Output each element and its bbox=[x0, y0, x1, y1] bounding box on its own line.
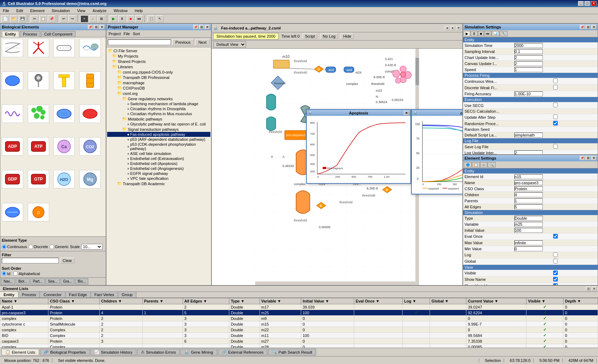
tree-vpc[interactable]: ● VPC fate specification bbox=[107, 176, 210, 181]
col-header-global[interactable]: Global ▼ bbox=[430, 298, 466, 304]
sim-toolbar-btn3[interactable]: ■ bbox=[478, 31, 484, 36]
project-prev-btn[interactable]: Previous bbox=[172, 39, 194, 46]
bio-item-t-shape[interactable] bbox=[53, 71, 75, 90]
scale-select[interactable]: 10... bbox=[81, 244, 103, 250]
filter-input[interactable] bbox=[2, 258, 59, 263]
initial-value-input[interactable] bbox=[514, 228, 543, 233]
project-close-btn[interactable]: ✕ bbox=[205, 25, 210, 29]
eval-once-cb[interactable] bbox=[553, 234, 558, 239]
bio-nav-sea[interactable]: Sea... bbox=[46, 278, 60, 284]
pointer-btn[interactable]: ↖ bbox=[156, 15, 164, 22]
max-value-input[interactable] bbox=[514, 240, 543, 245]
view-select[interactable]: Default View bbox=[213, 41, 246, 48]
tab-entity[interactable]: Entity bbox=[2, 31, 19, 37]
btn-sim-errors[interactable]: ⚠ Simulation Errors bbox=[137, 349, 180, 355]
col-header-type[interactable]: Type ▼ bbox=[229, 298, 259, 304]
menu-edit[interactable]: Edit bbox=[15, 8, 25, 14]
tree-p53-arf[interactable]: ● p53 (ARF-dependent stabilization pathw… bbox=[107, 137, 210, 142]
type-input[interactable] bbox=[514, 216, 543, 221]
tree-shared-projects[interactable]: 📁 Shared Projects bbox=[107, 59, 210, 64]
save-btn[interactable]: 💾 bbox=[19, 15, 26, 22]
sim-toolbar-btn6[interactable]: 🔧 bbox=[500, 31, 508, 36]
elem-close-btn[interactable]: ✕ bbox=[591, 156, 596, 160]
chart-update-input[interactable] bbox=[514, 55, 543, 60]
table-row[interactable]: complex Complex 2 3 Double m22 0 0 ✓ 0 bbox=[0, 327, 598, 333]
bio-item-tall-orange[interactable] bbox=[79, 71, 101, 90]
table-row[interactable]: Apaf-1 Protein 2 Double m17 39.039 39.02… bbox=[0, 304, 598, 310]
cut-btn[interactable]: ✂ bbox=[31, 15, 38, 22]
bio-close-btn[interactable]: ✕ bbox=[99, 25, 104, 29]
table-row[interactable]: complex Complex Double m28 0 0.00085 ✓ 0 bbox=[0, 344, 598, 348]
col-header-depth[interactable]: Depth ▼ bbox=[563, 298, 598, 304]
element-id-input[interactable] bbox=[514, 174, 543, 179]
tree-transpath-pro[interactable]: 📁 Transpath DB Professional bbox=[107, 75, 210, 80]
tree-lambda-phage[interactable]: ● Switching mechanism of lambda phage bbox=[107, 101, 210, 106]
tree-gene-reg[interactable]: 📁 Gene regulatory networks bbox=[107, 96, 210, 101]
bio-nav-bio2[interactable]: Bio... bbox=[75, 278, 88, 284]
table-row[interactable]: BID Complex 2 3 Double m11 100 99.5684 ✓… bbox=[0, 333, 598, 338]
continuous-weak-cb[interactable] bbox=[553, 79, 558, 83]
bio-item-mg[interactable]: Mg bbox=[79, 170, 101, 188]
menu-simulation[interactable]: Simulation bbox=[50, 8, 71, 14]
new-btn[interactable]: 📄 bbox=[1, 15, 9, 22]
project-next-btn[interactable]: Next bbox=[195, 39, 210, 46]
bio-item-pin[interactable] bbox=[28, 71, 49, 90]
tree-libraries[interactable]: 📁 Libraries bbox=[107, 64, 210, 69]
menu-window[interactable]: Window bbox=[112, 8, 129, 14]
bio-item-fork[interactable] bbox=[2, 39, 23, 57]
minimize-btn[interactable]: _ bbox=[578, 1, 584, 6]
log-update-input[interactable] bbox=[514, 150, 543, 154]
tree-endothelial-ang[interactable]: ● Endothelial cell (Angiogenesis) bbox=[107, 166, 210, 171]
radio-continuous[interactable]: Continuous bbox=[2, 245, 27, 249]
col-header-visible[interactable]: Visible ▼ bbox=[526, 298, 563, 304]
btn-bio-properties[interactable]: 🧬 Biological Properties bbox=[40, 349, 90, 355]
caspase-chart[interactable]: 🔬 caspase ✕ 100 75 50 25 0 bbox=[411, 109, 462, 194]
tree-transpath-acad[interactable]: 📁 Transpath DB Academic bbox=[107, 181, 210, 186]
bio-item-oval-red[interactable] bbox=[79, 105, 101, 123]
elem-toolbar-btn3[interactable]: ↔ bbox=[480, 162, 487, 167]
canvas-update-input[interactable] bbox=[514, 61, 543, 66]
close-btn[interactable]: ✕ bbox=[591, 1, 597, 6]
tree-macrophage[interactable]: 📁 macrophage bbox=[107, 80, 210, 85]
tree-my-projects[interactable]: 📁 My Projects bbox=[107, 53, 210, 59]
tree-zipped-cios[interactable]: 📁 csml.org.zipped-CIOS.0-only bbox=[107, 69, 210, 75]
sort-by-id[interactable]: Id bbox=[2, 271, 10, 276]
sim-float-btn[interactable]: ⊡ bbox=[586, 25, 591, 29]
element-name-input[interactable] bbox=[514, 180, 543, 185]
default-script-input[interactable] bbox=[514, 133, 543, 138]
bio-item-ca[interactable]: Ca bbox=[53, 137, 75, 156]
filter-clear-btn[interactable]: Clear bbox=[60, 258, 74, 263]
tab-cell-component[interactable]: Cell Component bbox=[41, 31, 75, 37]
use-secg-cb[interactable] bbox=[553, 103, 558, 107]
bio-item-misc2[interactable]: D bbox=[28, 203, 49, 221]
tree-csml-org[interactable]: 📁 csml.org bbox=[107, 91, 210, 96]
col-header-parents[interactable]: Parents ▼ bbox=[142, 298, 183, 304]
tree-coxpresdb[interactable]: 📁 COXPresDB bbox=[107, 85, 210, 91]
sim-pin-btn[interactable]: 📌 bbox=[580, 25, 585, 29]
radio-discrete[interactable]: Discrete bbox=[28, 245, 48, 249]
show-variable-cb[interactable] bbox=[553, 283, 558, 285]
save-log-cb[interactable] bbox=[553, 144, 558, 149]
sim-toolbar-btn5[interactable]: 📊 bbox=[492, 31, 499, 36]
update-after-cb[interactable] bbox=[553, 114, 558, 119]
global-cb[interactable] bbox=[553, 259, 558, 263]
btn-sim-history[interactable]: 📈 Simulation History bbox=[90, 349, 136, 355]
menu-element[interactable]: Element bbox=[29, 8, 46, 14]
bio-item-hbar[interactable] bbox=[53, 39, 75, 57]
bio-item-gtp[interactable]: GTP bbox=[28, 170, 49, 188]
table-row[interactable]: caspase3 Protein 3 6 Double m27 0 7.3533… bbox=[0, 338, 598, 344]
bio-item-adp[interactable]: ADP bbox=[2, 137, 23, 156]
sim-time-input[interactable] bbox=[514, 43, 543, 48]
col-header-log[interactable]: Log ▼ bbox=[403, 298, 430, 304]
sim-toolbar-btn2[interactable]: ⏸ bbox=[471, 31, 478, 36]
zoom-in-btn[interactable]: + bbox=[80, 15, 88, 22]
fit-btn[interactable]: ⊞ bbox=[98, 15, 105, 22]
col-header-initial[interactable]: Initial Value ▼ bbox=[301, 298, 354, 304]
bio-item-atp[interactable]: ATP bbox=[28, 137, 49, 156]
sim-play-btn[interactable]: ▶ bbox=[110, 15, 117, 22]
elem-toolbar-btn2[interactable]: 📋 bbox=[472, 162, 480, 167]
cso-class-input[interactable] bbox=[514, 186, 543, 191]
bio-nav-biol[interactable]: Biol... bbox=[16, 278, 30, 284]
tree-fas-apoptosis[interactable]: ● Fas-induced apoptosis pathway bbox=[107, 132, 210, 137]
open-btn[interactable]: 📂 bbox=[10, 15, 18, 22]
